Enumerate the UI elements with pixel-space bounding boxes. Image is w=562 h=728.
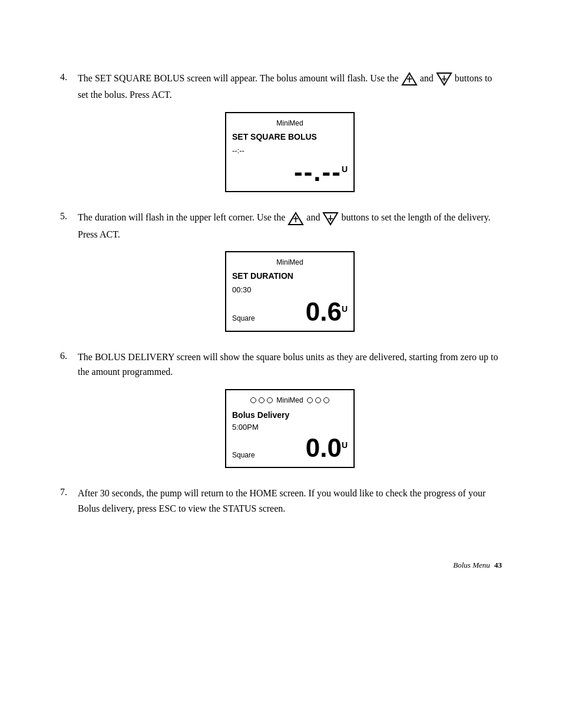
screen-1-subtitle: --:-- xyxy=(232,145,348,157)
footer-label: Bolus Menu xyxy=(453,561,490,569)
screen-set-duration: MiniMed SET DURATION 00:30 Square 0.6 U xyxy=(225,251,355,331)
step-5: 5. The duration will flash in the upper … xyxy=(60,210,502,331)
screen-bolus-delivery: MiniMed Bolus Delivery 5:00PM Square 0.0… xyxy=(225,389,355,468)
screen-2-value: 0.6 xyxy=(306,299,342,325)
circle-6 xyxy=(323,397,329,403)
step-7-paragraph: After 30 seconds, the pump will return t… xyxy=(78,486,502,516)
step-7-number: 7. xyxy=(60,486,78,498)
screen-1-title: SET SQUARE BOLUS xyxy=(232,130,348,143)
screen-3-value: 0.0 xyxy=(306,435,342,461)
step-7-text: After 30 seconds, the pump will return t… xyxy=(78,486,502,525)
screen-3-circles-row: MiniMed xyxy=(232,395,348,406)
screen-3-unit: U xyxy=(342,439,348,452)
screen-2-title: SET DURATION xyxy=(232,269,348,282)
screen-3-label: Square xyxy=(232,450,306,461)
footer-page: 43 xyxy=(494,561,502,569)
down-arrow-icon xyxy=(436,71,452,87)
screen-3-time: 5:00PM xyxy=(232,421,348,434)
up-arrow-icon xyxy=(401,71,418,87)
step-4-text-between-icons: and xyxy=(420,73,436,83)
circle-5 xyxy=(315,397,321,403)
screen-2-label: Square xyxy=(232,313,306,324)
step-5-text: The duration will flash in the upper lef… xyxy=(78,210,502,331)
step-7: 7. After 30 seconds, the pump will retur… xyxy=(60,486,502,525)
screen-2-subtitle: 00:30 xyxy=(232,284,348,297)
screen-3-brand: MiniMed xyxy=(276,395,303,406)
step-6-text: The BOLUS DELIVERY screen will show the … xyxy=(78,350,502,469)
step-6: 6. The BOLUS DELIVERY screen will show t… xyxy=(60,350,502,469)
page-footer: Bolus Menu 43 xyxy=(60,561,502,570)
screen-1-unit: U xyxy=(342,163,348,176)
step-4: 4. The SET SQUARE BOLUS screen will appe… xyxy=(60,71,502,192)
up-arrow-icon-2 xyxy=(287,210,304,227)
screen-2-value-row: Square 0.6 U xyxy=(232,299,348,325)
screen-3-title: Bolus Delivery xyxy=(232,409,348,421)
screen-1-brand: MiniMed xyxy=(232,118,348,129)
step-6-paragraph: The BOLUS DELIVERY screen will show the … xyxy=(78,350,502,380)
page-content: 4. The SET SQUARE BOLUS screen will appe… xyxy=(60,71,502,570)
step-7-text-content: After 30 seconds, the pump will return t… xyxy=(78,488,485,513)
step-4-text: The SET SQUARE BOLUS screen will appear.… xyxy=(78,71,502,192)
step-5-paragraph: The duration will flash in the upper lef… xyxy=(78,210,502,242)
circle-4 xyxy=(307,397,313,403)
step-6-text-content: The BOLUS DELIVERY screen will show the … xyxy=(78,352,498,377)
screen-2-brand: MiniMed xyxy=(232,257,348,268)
down-arrow-icon-2 xyxy=(322,210,339,227)
screen-3-value-row: Square 0.0 U xyxy=(232,435,348,461)
step-5-number: 5. xyxy=(60,210,78,222)
screen-2-unit: U xyxy=(342,302,348,315)
circle-3 xyxy=(267,397,273,403)
screen-set-square-bolus: MiniMed SET SQUARE BOLUS --:-- --.-- U xyxy=(225,112,355,192)
step-5-text-before: The duration will flash in the upper lef… xyxy=(78,212,287,222)
step-4-text-before-icon1: The SET SQUARE BOLUS screen will appear.… xyxy=(78,73,401,83)
circle-1 xyxy=(250,397,256,403)
step-4-number: 4. xyxy=(60,71,78,83)
screen-1-value: --.-- xyxy=(294,159,342,185)
step-5-text-between: and xyxy=(306,212,322,222)
screen-1-value-row: --.-- U xyxy=(232,159,348,185)
step-6-number: 6. xyxy=(60,350,78,361)
step-4-paragraph: The SET SQUARE BOLUS screen will appear.… xyxy=(78,71,502,103)
circle-2 xyxy=(259,397,265,403)
